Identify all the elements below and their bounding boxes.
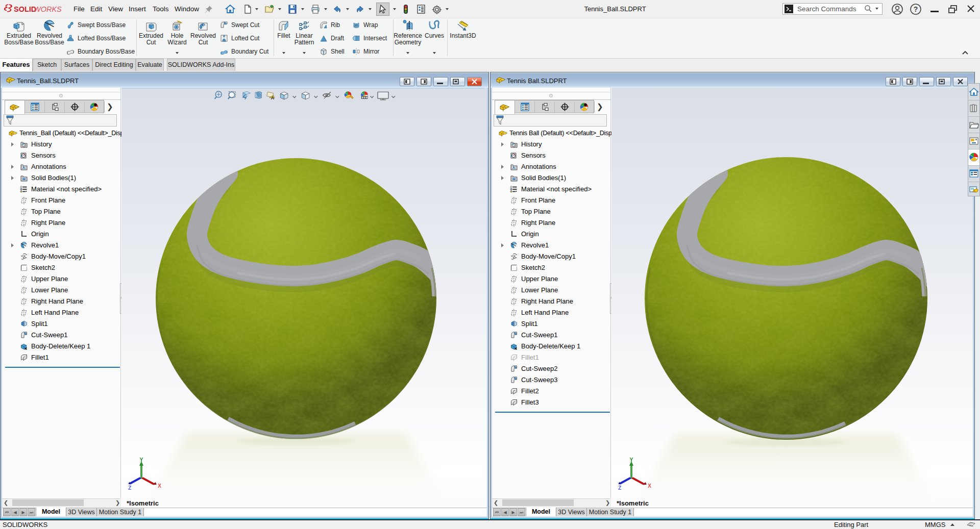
svg-text:SOLID: SOLID [14,5,36,13]
svg-text:WORKS: WORKS [34,5,62,13]
svg-text:Y: Y [140,457,143,463]
svg-text:Z: Z [618,485,622,491]
svg-text:A: A [22,165,26,170]
svg-text:ab: ab [354,23,358,27]
svg-text:Y: Y [630,457,633,463]
svg-text:X: X [158,483,161,489]
svg-text:A: A [512,165,516,170]
svg-text:?: ? [914,5,918,13]
svg-text:X: X [648,483,651,489]
svg-text:Z: Z [128,485,132,491]
